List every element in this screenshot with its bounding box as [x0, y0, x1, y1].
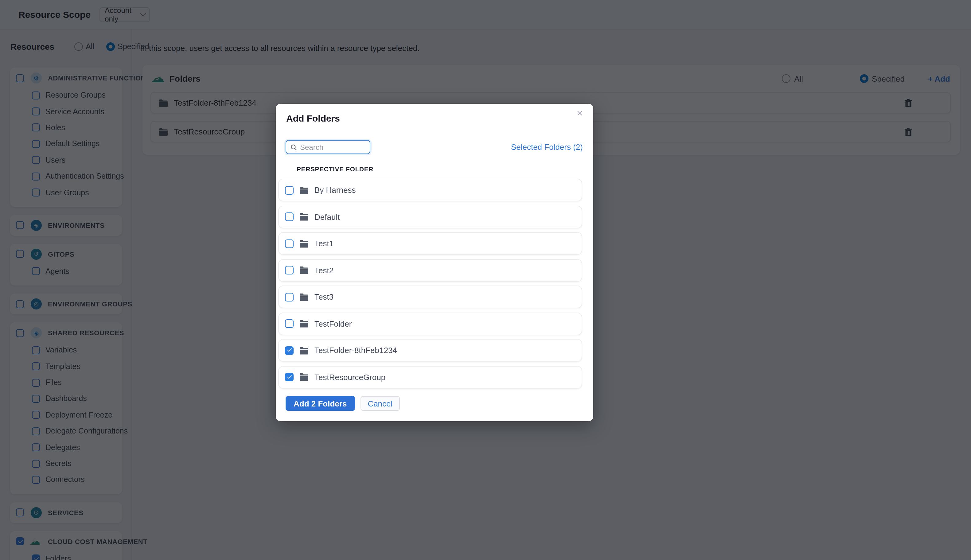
- folder-name: TestResourceGroup: [314, 372, 385, 382]
- modal-title: Add Folders: [286, 113, 340, 123]
- folder-option-row[interactable]: TestResourceGroup: [278, 366, 582, 388]
- folder-icon: [299, 319, 309, 328]
- checkbox-checked[interactable]: [285, 346, 294, 355]
- checkbox-unchecked[interactable]: [285, 293, 294, 301]
- close-icon[interactable]: ×: [574, 107, 586, 120]
- folder-name: TestFolder-8thFeb1234: [314, 346, 397, 355]
- checkbox-unchecked[interactable]: [285, 212, 294, 221]
- folder-icon: [299, 186, 309, 194]
- folder-icon: [299, 293, 309, 301]
- folder-list: By HarnessDefaultTest1Test2Test3TestFold…: [278, 179, 582, 392]
- search-icon: [290, 143, 297, 151]
- folder-name: By Harness: [314, 185, 355, 195]
- folder-option-row[interactable]: Default: [278, 205, 582, 228]
- checkbox-unchecked[interactable]: [285, 266, 294, 275]
- folder-option-row[interactable]: TestFolder: [278, 312, 582, 335]
- folder-icon: [299, 373, 309, 381]
- search-input[interactable]: [300, 143, 365, 152]
- folder-icon: [299, 212, 309, 221]
- folder-icon: [299, 266, 309, 275]
- folder-icon: [299, 239, 309, 248]
- folder-option-row[interactable]: Test2: [278, 259, 582, 282]
- folder-name: Default: [314, 212, 340, 222]
- checkbox-unchecked[interactable]: [285, 186, 294, 194]
- add-folders-button[interactable]: Add 2 Folders: [285, 396, 355, 411]
- column-header-perspective-folder: PERSPECTIVE FOLDER: [297, 165, 374, 173]
- folder-icon: [299, 346, 309, 355]
- folder-name: Test1: [314, 239, 334, 248]
- folder-option-row[interactable]: Test3: [278, 285, 582, 308]
- folder-name: TestFolder: [314, 319, 352, 328]
- folder-name: Test2: [314, 265, 334, 275]
- folder-option-row[interactable]: TestFolder-8thFeb1234: [278, 339, 582, 362]
- folder-option-row[interactable]: By Harness: [278, 179, 582, 202]
- add-folders-modal: Add Folders × Selected Folders (2) PERSP…: [276, 104, 593, 421]
- checkbox-checked[interactable]: [285, 373, 294, 381]
- cancel-button[interactable]: Cancel: [360, 396, 400, 411]
- checkbox-unchecked[interactable]: [285, 239, 294, 248]
- folder-name: Test3: [314, 292, 334, 302]
- checkbox-unchecked[interactable]: [285, 319, 294, 328]
- selected-folders-link[interactable]: Selected Folders (2): [511, 142, 583, 152]
- search-box: [285, 140, 370, 154]
- folder-option-row[interactable]: Test1: [278, 232, 582, 255]
